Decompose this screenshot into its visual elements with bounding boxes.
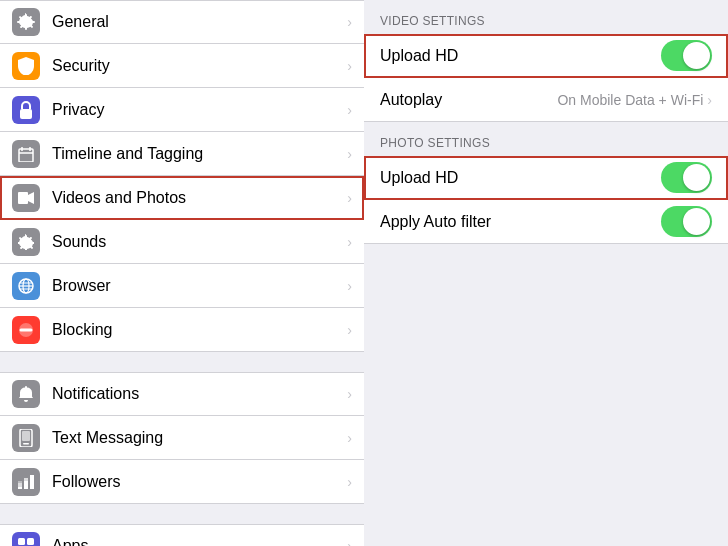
video-upload-hd-toggle[interactable] [661,40,712,71]
sidebar-item-blocking[interactable]: Blocking › [0,308,364,352]
sidebar-item-general[interactable]: General › [0,0,364,44]
toggle-knob-2 [683,164,710,191]
photo-autofilter-toggle[interactable] [661,206,712,237]
photo-autofilter-label: Apply Auto filter [380,213,661,231]
sidebar-item-videos[interactable]: Videos and Photos › [0,176,364,220]
notifications-label: Notifications [52,385,347,403]
photo-autofilter-row[interactable]: Apply Auto filter [364,200,728,244]
photo-upload-hd-row[interactable]: Upload HD [364,156,728,200]
svg-rect-24 [30,475,34,489]
general-icon [12,8,40,36]
video-autoplay-row[interactable]: Autoplay On Mobile Data + Wi-Fi › [364,78,728,122]
sidebar-item-security[interactable]: Security › [0,44,364,88]
settings-detail-panel: VIDEO SETTINGS Upload HD Autoplay On Mob… [364,0,728,546]
textmessaging-chevron: › [347,430,352,446]
svg-rect-19 [18,487,22,489]
videos-label: Videos and Photos [52,189,347,207]
settings-sidebar: General › Security › Privacy › [0,0,364,546]
notifications-chevron: › [347,386,352,402]
sidebar-item-sounds[interactable]: Sounds › [0,220,364,264]
security-icon [12,52,40,80]
sidebar-item-privacy[interactable]: Privacy › [0,88,364,132]
apps-icon [12,532,40,546]
video-autoplay-chevron: › [707,92,712,108]
timeline-icon [12,140,40,168]
general-chevron: › [347,14,352,30]
video-upload-hd-row[interactable]: Upload HD [364,34,728,78]
blocking-icon [12,316,40,344]
svg-rect-17 [22,431,30,441]
video-autoplay-value: On Mobile Data + Wi-Fi [557,92,703,108]
photo-settings-section: PHOTO SETTINGS Upload HD Apply Auto filt… [364,122,728,244]
timeline-chevron: › [347,146,352,162]
svg-rect-26 [27,538,34,545]
apps-label: Apps [52,537,347,546]
svg-rect-20 [18,483,22,487]
svg-rect-25 [18,538,25,545]
photo-upload-hd-toggle[interactable] [661,162,712,193]
video-autoplay-label: Autoplay [380,91,557,109]
privacy-chevron: › [347,102,352,118]
photo-settings-header: PHOTO SETTINGS [364,122,728,156]
blocking-chevron: › [347,322,352,338]
svg-rect-18 [23,443,29,445]
settings-group-2: Notifications › Text Messaging › [0,372,364,504]
privacy-label: Privacy [52,101,347,119]
videos-icon [12,184,40,212]
svg-rect-21 [18,481,22,483]
followers-icon [12,468,40,496]
sounds-chevron: › [347,234,352,250]
video-settings-section: VIDEO SETTINGS Upload HD Autoplay On Mob… [364,0,728,122]
toggle-knob-3 [683,208,710,235]
group-separator-1 [0,354,364,372]
sidebar-item-textmessaging[interactable]: Text Messaging › [0,416,364,460]
svg-rect-23 [24,478,28,481]
browser-label: Browser [52,277,347,295]
textmessaging-label: Text Messaging [52,429,347,447]
sounds-icon [12,228,40,256]
photo-upload-hd-label: Upload HD [380,169,661,187]
svg-marker-7 [28,192,34,204]
svg-rect-2 [19,149,33,162]
followers-chevron: › [347,474,352,490]
textmessaging-icon [12,424,40,452]
browser-icon [12,272,40,300]
video-upload-hd-label: Upload HD [380,47,661,65]
settings-group-1: General › Security › Privacy › [0,0,364,352]
svg-rect-1 [20,109,32,119]
sidebar-item-followers[interactable]: Followers › [0,460,364,504]
videos-chevron: › [347,190,352,206]
sidebar-item-browser[interactable]: Browser › [0,264,364,308]
svg-rect-6 [18,192,28,204]
browser-chevron: › [347,278,352,294]
settings-group-3: Apps › Ads › [0,524,364,546]
notifications-icon [12,380,40,408]
followers-label: Followers [52,473,347,491]
sidebar-item-timeline[interactable]: Timeline and Tagging › [0,132,364,176]
group-separator-2 [0,506,364,524]
sidebar-item-apps[interactable]: Apps › [0,524,364,546]
general-label: General [52,13,347,31]
blocking-label: Blocking [52,321,347,339]
toggle-knob [683,42,710,69]
svg-rect-22 [24,481,28,489]
apps-chevron: › [347,538,352,546]
sidebar-item-notifications[interactable]: Notifications › [0,372,364,416]
sounds-label: Sounds [52,233,347,251]
privacy-icon [12,96,40,124]
video-settings-header: VIDEO SETTINGS [364,0,728,34]
security-label: Security [52,57,347,75]
security-chevron: › [347,58,352,74]
timeline-label: Timeline and Tagging [52,145,347,163]
